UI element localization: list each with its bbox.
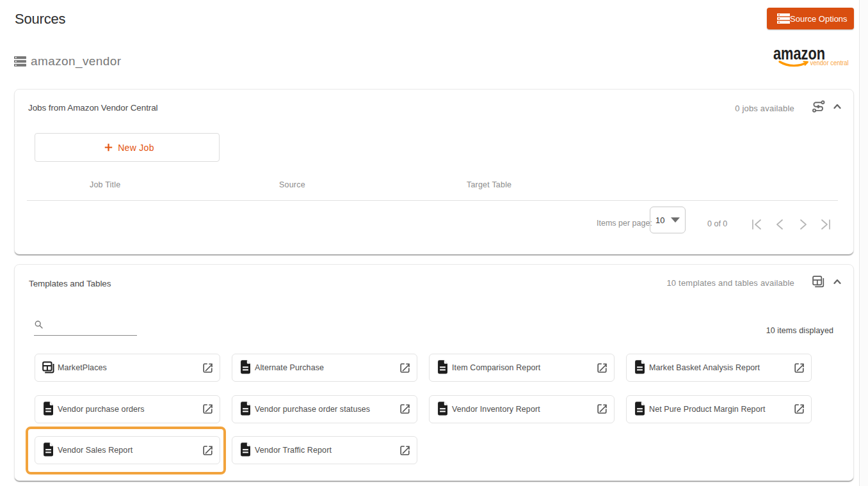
svg-text:vendor central: vendor central (810, 59, 849, 67)
